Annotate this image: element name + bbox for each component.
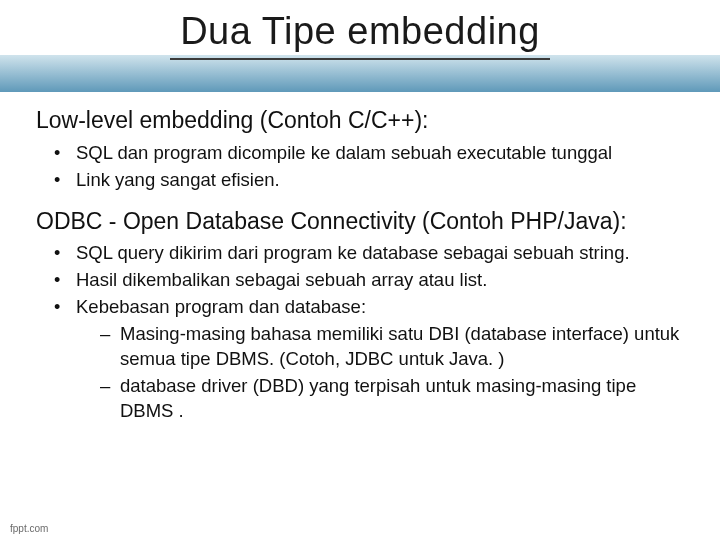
section2-list: SQL query dikirim dari program ke databa… — [36, 241, 684, 424]
footer-credit: fppt.com — [10, 523, 48, 534]
list-item: Kebebasan program dan database: Masing-m… — [54, 295, 684, 424]
list-item: Hasil dikembalikan sebagai sebuah array … — [54, 268, 684, 293]
list-item: SQL query dikirim dari program ke databa… — [54, 241, 684, 266]
section1-heading: Low-level embedding (Contoh C/C++): — [36, 106, 684, 135]
list-item-text: Kebebasan program dan database: — [76, 296, 366, 317]
list-item: SQL dan program dicompile ke dalam sebua… — [54, 141, 684, 166]
section2-heading: ODBC - Open Database Connectivity (Conto… — [36, 207, 684, 236]
slide-content: Low-level embedding (Contoh C/C++): SQL … — [0, 92, 720, 424]
sublist-item: Masing-masing bahasa memiliki satu DBI (… — [100, 322, 684, 372]
section2-sublist: Masing-masing bahasa memiliki satu DBI (… — [76, 322, 684, 424]
slide-title: Dua Tipe embedding — [0, 10, 720, 53]
title-header: Dua Tipe embedding — [0, 0, 720, 92]
title-underline — [170, 58, 550, 60]
section1-list: SQL dan program dicompile ke dalam sebua… — [36, 141, 684, 193]
sublist-item: database driver (DBD) yang terpisah untu… — [100, 374, 684, 424]
list-item: Link yang sangat efisien. — [54, 168, 684, 193]
